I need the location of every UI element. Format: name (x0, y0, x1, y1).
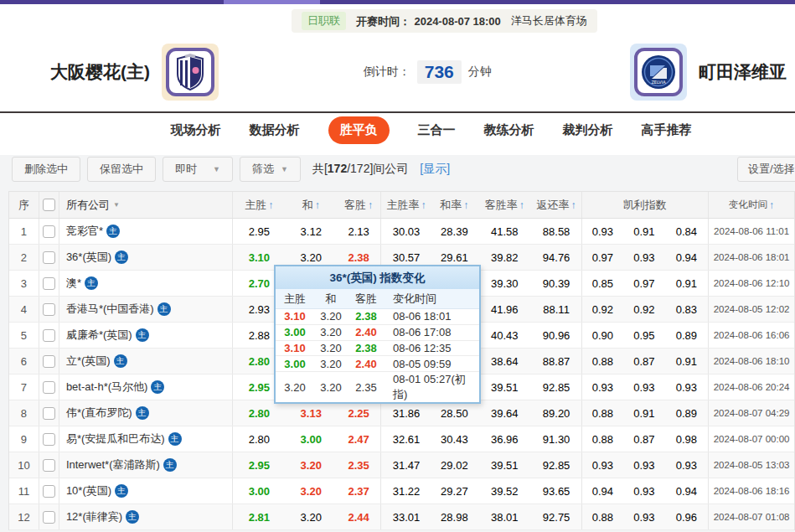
checkbox-icon[interactable] (43, 277, 55, 290)
table-row[interactable]: 10 Interwet*(塞浦路斯) 主 2.95 3.20 2.35 31.4… (9, 452, 794, 478)
row-checkbox-cell[interactable] (39, 426, 59, 452)
nav-tab[interactable]: 数据分析 (250, 122, 300, 138)
chevron-down-icon: ▼ (281, 165, 288, 173)
nav-tab[interactable]: 三合一 (418, 122, 456, 138)
table-row[interactable]: 12 12*(菲律宾) 主 2.81 3.20 2.44 33.01 28.98… (9, 504, 794, 530)
company-cell[interactable]: 36*(英国) 主 (59, 245, 234, 270)
header-seq: 序 (9, 192, 39, 218)
checkbox-icon[interactable] (43, 381, 55, 394)
kelly-away: 0.89 (665, 407, 709, 420)
company-cell[interactable]: 立*(英国) 主 (59, 349, 234, 374)
checkbox-icon[interactable] (43, 511, 55, 524)
checkbox-icon[interactable] (43, 459, 55, 472)
row-checkbox-cell[interactable] (39, 297, 59, 322)
keep-selected-button[interactable]: 保留选中 (87, 157, 156, 182)
popup-away-odds: 2.40 (348, 358, 385, 370)
return-rate-cell: 94.76 (532, 245, 582, 270)
header-away-odds[interactable]: 客胜↑ (337, 192, 381, 218)
home-badge-icon: 主 (126, 510, 139, 524)
home-badge-icon: 主 (157, 302, 171, 316)
company-name: 竞彩官* (66, 224, 103, 239)
teams-row: 大阪樱花(主) 倒计时： 736 分钟 (0, 36, 795, 108)
row-checkbox-cell[interactable] (39, 478, 59, 504)
row-checkbox-cell[interactable] (39, 245, 59, 270)
company-cell[interactable]: 10*(英国) 主 (59, 478, 234, 504)
row-checkbox-cell[interactable] (39, 400, 59, 426)
company-name: bet-at-h*(马尔他) (66, 380, 148, 395)
nav-tab[interactable]: 裁判分析 (563, 122, 613, 138)
row-checkbox-cell[interactable] (39, 374, 59, 400)
header-draw-rate[interactable]: 和率↑ (431, 192, 478, 218)
home-badge-icon: 主 (151, 380, 164, 394)
company-cell[interactable]: 易*(安提瓜和巴布达) 主 (59, 426, 234, 452)
header-company[interactable]: 所有公司▼ (59, 192, 234, 218)
draw-rate-cell: 28.98 (431, 504, 478, 529)
header-home-rate[interactable]: 主胜率↑ (381, 192, 431, 218)
checkbox-icon[interactable] (43, 433, 55, 446)
kelly-away: 0.94 (665, 251, 709, 264)
kelly-draw: 0.91 (623, 225, 665, 238)
row-checkbox-cell[interactable] (39, 349, 59, 374)
company-cell[interactable]: 12*(菲律宾) 主 (59, 504, 234, 529)
draw-odds-cell: 3.13 (285, 400, 337, 426)
filter-dropdown[interactable]: 筛选 ▼ (240, 157, 301, 182)
checkbox-icon[interactable] (43, 407, 55, 420)
checkbox-icon[interactable] (43, 329, 55, 342)
settings-button[interactable]: 设置/选择 (737, 157, 795, 182)
kelly-cell: 0.88 0.91 0.89 (582, 400, 710, 426)
checkbox-icon[interactable] (43, 355, 55, 368)
company-cell[interactable]: 澳* 主 (59, 271, 234, 296)
checkbox-icon[interactable] (43, 303, 55, 316)
header-draw-odds[interactable]: 和↑ (285, 192, 337, 218)
company-cell[interactable]: 竞彩官* 主 (59, 219, 234, 244)
change-time-cell: 2024-08-07 00:00 (709, 426, 794, 452)
nav-tab[interactable]: 胜平负 (328, 116, 390, 144)
return-rate-cell: 89.20 (532, 400, 582, 426)
company-cell[interactable]: 伟*(直布罗陀) 主 (59, 400, 234, 426)
header-return-rate[interactable]: 返还率↑ (532, 192, 582, 218)
kelly-cell: 0.93 0.93 0.93 (582, 452, 710, 478)
kelly-away: 0.93 (665, 459, 709, 472)
change-time-cell: 2024-08-06 16:06 (709, 323, 794, 348)
header-away-rate[interactable]: 客胜率↑ (478, 192, 532, 218)
chevron-down-icon: ▼ (113, 201, 120, 209)
select-all-checkbox[interactable] (39, 192, 59, 218)
kelly-home: 0.90 (582, 329, 624, 342)
row-checkbox-cell[interactable] (39, 271, 59, 296)
row-number: 5 (9, 323, 39, 348)
away-rate-cell: 39.82 (478, 245, 532, 270)
nav-tab[interactable]: 高手推荐 (642, 122, 692, 138)
checkbox-icon[interactable] (43, 485, 55, 498)
odds-comparison-page: 日职联 开赛时间： 2024-08-07 18:00 洋马长居体育场 大阪樱花(… (0, 0, 795, 532)
nav-tab[interactable]: 现场分析 (171, 122, 221, 138)
change-time-cell: 2024-08-06 18:01 (709, 245, 794, 270)
row-checkbox-cell[interactable] (39, 504, 59, 529)
checkbox-icon[interactable] (43, 251, 55, 264)
header-home-odds[interactable]: 主胜↑ (233, 192, 285, 218)
kelly-draw: 0.92 (623, 303, 665, 316)
countdown: 倒计时： 736 分钟 (364, 60, 492, 84)
table-row[interactable]: 1 竞彩官* 主 2.95 3.12 2.13 30.03 28.39 41.5… (9, 219, 794, 245)
home-badge-icon: 主 (114, 354, 127, 368)
company-cell[interactable]: 香港马*(中国香港) 主 (59, 297, 234, 322)
kelly-draw: 0.93 (623, 511, 665, 524)
popup-draw-odds: 3.20 (314, 342, 348, 354)
company-cell[interactable]: 威廉希*(英国) 主 (59, 323, 234, 348)
table-row[interactable]: 8 伟*(直布罗陀) 主 2.80 3.13 2.25 31.86 28.50 … (9, 400, 794, 426)
kelly-cell: 0.92 0.92 0.83 (582, 297, 710, 322)
header-change-time[interactable]: 变化时间↑ (709, 192, 794, 218)
match-header: 日职联 开赛时间： 2024-08-07 18:00 洋马长居体育场 大阪樱花(… (0, 4, 795, 111)
checkbox-icon[interactable] (43, 225, 55, 238)
company-cell[interactable]: bet-at-h*(马尔他) 主 (59, 374, 234, 400)
show-link[interactable]: [显示] (420, 162, 450, 177)
checkbox-icon[interactable] (43, 199, 55, 211)
live-odds-dropdown[interactable]: 即时 ▼ (163, 157, 233, 182)
row-checkbox-cell[interactable] (39, 219, 59, 244)
row-checkbox-cell[interactable] (39, 323, 59, 348)
table-row[interactable]: 9 易*(安提瓜和巴布达) 主 2.80 3.00 2.47 32.61 30.… (9, 426, 794, 452)
row-checkbox-cell[interactable] (39, 452, 59, 478)
delete-selected-button[interactable]: 删除选中 (12, 157, 80, 182)
table-row[interactable]: 11 10*(英国) 主 3.00 3.20 2.37 31.22 29.27 … (9, 478, 794, 504)
company-cell[interactable]: Interwet*(塞浦路斯) 主 (59, 452, 234, 478)
nav-tab[interactable]: 教练分析 (484, 122, 534, 138)
